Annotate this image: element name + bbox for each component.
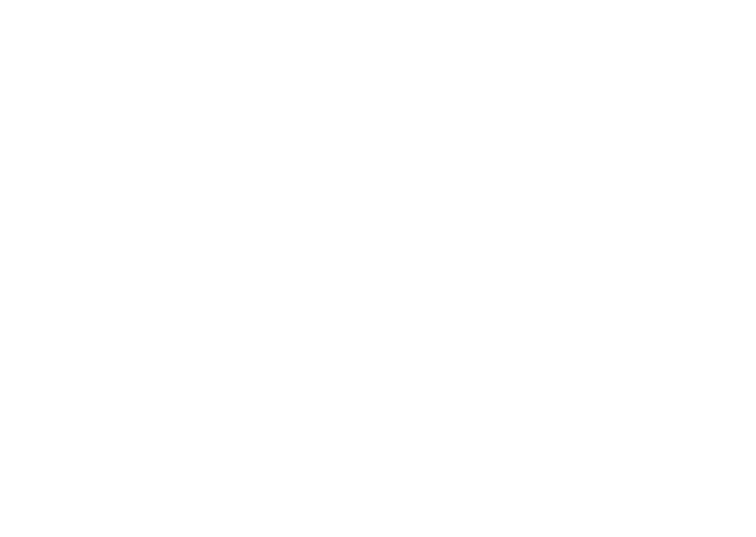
connectors-svg [0,0,756,537]
diagram-container [0,0,756,537]
